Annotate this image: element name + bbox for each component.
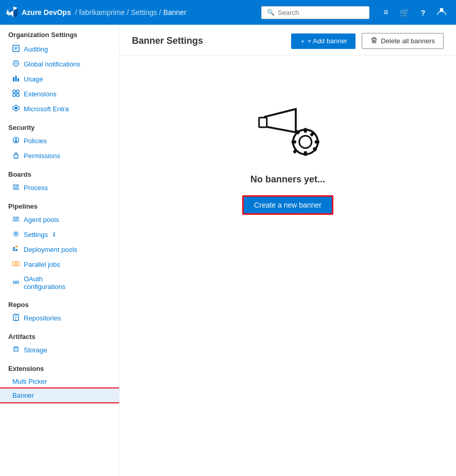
delete-all-banners-button[interactable]: Delete all banners	[362, 33, 444, 49]
svg-rect-28	[16, 262, 19, 266]
sidebar-item-pipeline-settings-label: Settings	[24, 231, 48, 239]
sidebar-group-pipelines: Agent pools Settings ℹ Deployment pools	[0, 212, 119, 294]
svg-rect-5	[15, 76, 17, 81]
sidebar-item-banner[interactable]: Banner	[0, 388, 119, 402]
user-settings-button[interactable]	[433, 4, 450, 21]
svg-rect-7	[13, 90, 15, 93]
settings-info-badge: ℹ	[53, 231, 55, 238]
create-banner-label: Create a new banner	[254, 201, 322, 209]
policies-icon	[12, 137, 20, 145]
sidebar-item-global-notifications[interactable]: Global notifications	[0, 57, 119, 72]
sidebar-section-artifacts: Artifacts	[0, 326, 119, 343]
repositories-icon	[12, 314, 20, 322]
svg-rect-9	[13, 94, 15, 96]
sidebar-item-parallel-jobs-label: Parallel jobs	[24, 261, 60, 268]
sidebar-section-security: Security	[0, 116, 119, 133]
storage-icon	[12, 346, 20, 354]
sidebar-item-policies[interactable]: Policies	[0, 133, 119, 148]
svg-rect-6	[18, 78, 19, 81]
svg-point-2	[13, 61, 19, 66]
usage-icon	[12, 75, 20, 83]
search-input[interactable]	[278, 9, 364, 16]
trash-icon	[370, 37, 378, 45]
svg-rect-23	[13, 247, 15, 249]
pipeline-settings-icon	[12, 230, 20, 239]
create-new-banner-button[interactable]: Create a new banner	[242, 195, 333, 215]
breadcrumb-org[interactable]: fabrikamprime	[79, 8, 125, 16]
svg-rect-27	[13, 262, 15, 266]
svg-rect-35	[303, 128, 307, 133]
org-settings-title: Organization Settings	[0, 25, 119, 42]
sidebar-group-extensions: Multi Picker Banner	[0, 375, 119, 402]
breadcrumb-settings[interactable]: Settings	[131, 8, 157, 16]
help-icon-button[interactable]: ?	[415, 4, 431, 21]
sidebar-group-repos: Repositories	[0, 311, 119, 326]
sidebar-item-multi-picker[interactable]: Multi Picker	[0, 375, 119, 388]
sidebar-group-boards: Process	[0, 180, 119, 195]
delete-all-label: Delete all banners	[381, 37, 435, 45]
sidebar-item-auditing[interactable]: Auditing	[0, 42, 119, 57]
breadcrumb: / fabrikamprime / Settings / Banner	[75, 8, 187, 16]
app-name: Azure DevOps	[22, 8, 71, 16]
sidebar-item-agent-pools[interactable]: Agent pools	[0, 212, 119, 227]
sidebar-item-repositories-label: Repositories	[24, 314, 61, 322]
process-icon	[12, 183, 20, 192]
svg-point-19	[16, 188, 19, 190]
sidebar-item-microsoft-entra[interactable]: Microsoft Entra	[0, 101, 119, 116]
sidebar-item-global-notifications-label: Global notifications	[24, 60, 80, 68]
content-area: Banner Settings ＋ + Add banner Delete al…	[120, 25, 456, 476]
svg-point-17	[16, 184, 19, 186]
sidebar-item-extensions-top[interactable]: Extensions	[0, 87, 119, 101]
search-box[interactable]: 🔍	[261, 6, 369, 19]
svg-rect-26	[15, 249, 18, 251]
sidebar-item-parallel-jobs[interactable]: Parallel jobs	[0, 257, 119, 272]
sidebar-item-usage[interactable]: Usage	[0, 72, 119, 87]
main-layout: Organization Settings Auditing Global no…	[0, 25, 456, 476]
content-header: Banner Settings ＋ + Add banner Delete al…	[120, 25, 456, 56]
sidebar-item-oauth-label: OAuthconfigurations	[24, 275, 65, 291]
sidebar-section-repos: Repos	[0, 294, 119, 311]
svg-point-20	[13, 217, 15, 219]
sidebar-item-repositories[interactable]: Repositories	[0, 311, 119, 326]
microsoft-entra-icon	[12, 105, 20, 113]
empty-state: No banners yet... Create a new banner	[120, 56, 456, 227]
breadcrumb-sep2: /	[159, 8, 161, 16]
sidebar-section-boards: Boards	[0, 163, 119, 180]
sidebar-item-microsoft-entra-label: Microsoft Entra	[24, 105, 69, 113]
svg-rect-24	[13, 249, 15, 251]
oauth-icon	[12, 279, 20, 287]
sidebar-item-pipeline-settings[interactable]: Settings ℹ	[0, 227, 119, 242]
svg-rect-15	[14, 155, 18, 158]
user-icon	[437, 7, 446, 18]
search-icon: 🔍	[267, 9, 275, 16]
svg-point-14	[15, 139, 17, 140]
svg-point-3	[15, 62, 17, 64]
add-banner-button[interactable]: ＋ + Add banner	[291, 33, 356, 49]
svg-point-16	[13, 184, 15, 186]
app-logo[interactable]: Azure DevOps	[6, 6, 71, 19]
sidebar-item-usage-label: Usage	[24, 75, 43, 83]
extensions-top-icon	[12, 90, 20, 98]
sidebar-item-storage[interactable]: Storage	[0, 343, 119, 358]
sidebar-item-permissions[interactable]: Permissions	[0, 148, 119, 163]
sidebar-group-general: Auditing Global notifications Usage Exte…	[0, 42, 119, 116]
svg-point-21	[16, 217, 19, 219]
sidebar-item-process[interactable]: Process	[0, 180, 119, 195]
page-title: Banner Settings	[132, 36, 285, 46]
svg-point-18	[13, 188, 15, 190]
topbar: Azure DevOps / fabrikamprime / Settings …	[0, 0, 456, 25]
sidebar-item-deployment-pools-label: Deployment pools	[24, 246, 77, 253]
svg-rect-32	[259, 117, 266, 127]
tasks-icon-button[interactable]: ≡	[378, 4, 394, 21]
add-banner-label: + Add banner	[307, 37, 347, 45]
basket-icon-button[interactable]: 🛒	[396, 4, 413, 21]
svg-rect-38	[314, 141, 319, 144]
global-notifications-icon	[12, 60, 20, 69]
sidebar-item-deployment-pools[interactable]: Deployment pools	[0, 242, 119, 257]
svg-point-29	[13, 281, 16, 283]
sidebar-item-agent-pools-label: Agent pools	[24, 216, 59, 224]
svg-rect-10	[16, 94, 19, 96]
sidebar-item-oauth-configurations[interactable]: OAuthconfigurations	[0, 272, 119, 294]
svg-point-34	[299, 136, 311, 148]
sidebar-item-storage-label: Storage	[24, 346, 47, 354]
